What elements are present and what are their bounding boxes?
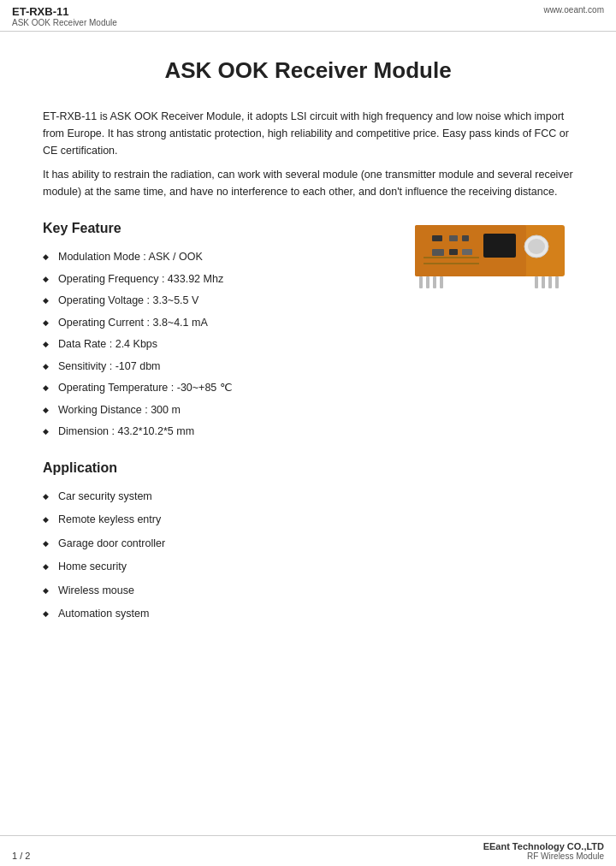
footer-module-type: RF Wireless Module	[483, 851, 604, 861]
feature-item-5: Sensitivity : -107 dbm	[43, 359, 335, 375]
application-item-4: Wireless mouse	[43, 584, 573, 599]
svg-rect-15	[535, 276, 538, 288]
feature-item-1: Operating Frequency : 433.92 Mhz	[43, 272, 335, 288]
footer-right: EEant Technology CO.,LTD RF Wireless Mod…	[483, 841, 604, 861]
application-item-2: Garage door controller	[43, 537, 573, 552]
application-item-5: Automation system	[43, 607, 573, 622]
application-item-0: Car security system	[43, 489, 573, 505]
website: www.oeant.com	[543, 5, 604, 15]
description-block: ET-RXB-11 is ASK OOK Receiver Module, it…	[43, 108, 573, 200]
svg-rect-8	[432, 249, 444, 256]
feature-item-0: Modulation Mode : ASK / OOK	[43, 250, 335, 265]
svg-rect-11	[419, 276, 423, 288]
footer-company: EEant Technology CO.,LTD	[483, 841, 604, 851]
feature-list: Modulation Mode : ASK / OOKOperating Fre…	[43, 250, 335, 440]
description-2: It has ability to restrain the radiation…	[43, 166, 573, 200]
application-item-1: Remote keyless entry	[43, 513, 573, 528]
feature-item-6: Operating Temperature : -30~+85 ℃	[43, 381, 335, 396]
header: ET-RXB-11 ASK OOK Receiver Module www.oe…	[0, 0, 616, 32]
svg-rect-10	[462, 249, 472, 255]
svg-rect-16	[542, 276, 545, 288]
feature-item-7: Working Distance : 300 m	[43, 403, 335, 418]
feature-item-8: Dimension : 43.2*10.2*5 mm	[43, 424, 335, 440]
svg-rect-9	[449, 249, 458, 255]
svg-point-4	[528, 239, 545, 254]
svg-rect-14	[440, 276, 443, 288]
application-title: Application	[43, 460, 573, 476]
key-feature-section: Key Feature	[43, 221, 573, 440]
product-subtitle: ASK OOK Receiver Module	[12, 18, 117, 27]
page: ET-RXB-11 ASK OOK Receiver Module www.oe…	[0, 0, 616, 866]
footer: 1 / 2 EEant Technology CO.,LTD RF Wirele…	[0, 835, 616, 866]
feature-item-4: Data Rate : 2.4 Kbps	[43, 337, 335, 353]
header-right: www.oeant.com	[543, 5, 604, 15]
application-list: Car security systemRemote keyless entryG…	[43, 489, 573, 622]
main-content: ASK OOK Receiver Module ET-RXB-11 is ASK…	[0, 32, 616, 835]
svg-rect-7	[462, 235, 469, 241]
svg-rect-13	[433, 276, 436, 288]
feature-item-3: Operating Current : 3.8~4.1 mA	[43, 316, 335, 331]
application-section: Application Car security systemRemote ke…	[43, 460, 573, 622]
svg-rect-12	[426, 276, 429, 288]
svg-rect-17	[548, 276, 552, 288]
svg-rect-2	[483, 234, 516, 258]
module-image	[406, 216, 573, 294]
description-1: ET-RXB-11 is ASK OOK Receiver Module, it…	[43, 108, 573, 159]
page-title: ASK OOK Receiver Module	[43, 57, 573, 84]
header-left: ET-RXB-11 ASK OOK Receiver Module	[12, 5, 117, 27]
svg-rect-6	[449, 235, 458, 241]
feature-item-2: Operating Voltage : 3.3~5.5 V	[43, 294, 335, 309]
svg-rect-5	[432, 235, 442, 241]
product-id: ET-RXB-11	[12, 5, 117, 18]
application-item-3: Home security	[43, 560, 573, 575]
svg-rect-18	[555, 276, 559, 288]
footer-page: 1 / 2	[12, 851, 30, 861]
